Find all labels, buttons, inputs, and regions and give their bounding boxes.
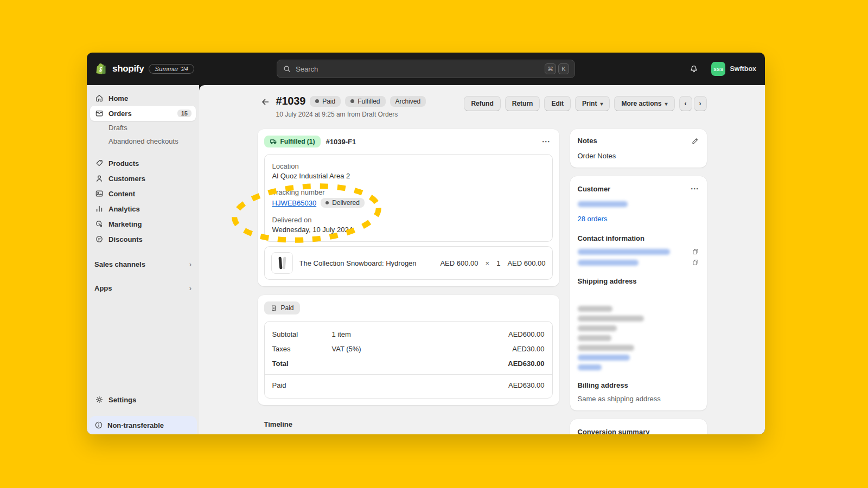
more-actions-button[interactable]: More actions ▾ [614, 96, 674, 111]
sidebar-item-abandoned-checkouts[interactable]: Abandoned checkouts [90, 134, 196, 148]
analytics-icon [94, 204, 104, 213]
sidebar-section-sales-channels[interactable]: Sales channels › [90, 258, 196, 271]
line-item-row: The Collection Snowboard: Hydrogen AED 6… [264, 246, 553, 280]
discounts-icon [94, 235, 104, 243]
back-button[interactable] [258, 95, 273, 109]
sidebar-item-discounts[interactable]: Discounts [90, 232, 196, 247]
release-badge: Summer '24 [149, 64, 194, 74]
redacted-view-map-link[interactable] [578, 364, 602, 370]
marketing-icon [94, 220, 104, 228]
shopify-admin-window: shopify Summer '24 Search ⌘ K [87, 53, 765, 434]
taxes-row: Taxes VAT (5%) AED30.00 [272, 342, 545, 356]
fulfillment-menu-button[interactable]: ⋯ [540, 137, 553, 146]
badge-label: Archived [395, 98, 421, 105]
next-order-button[interactable]: › [694, 96, 707, 111]
sidebar-item-label: Settings [108, 396, 136, 404]
previous-order-button[interactable]: ‹ [679, 96, 692, 111]
archived-status-badge: Archived [390, 96, 426, 107]
badge-label: Fulfilled [358, 98, 380, 105]
info-icon [94, 421, 103, 429]
redacted-email[interactable] [578, 249, 670, 255]
sidebar-item-analytics[interactable]: Analytics [90, 201, 196, 216]
chevron-right-icon: › [189, 260, 192, 268]
store-avatar: sss [711, 62, 725, 76]
banner-label: Non-transferable [107, 421, 164, 429]
notes-body: Order Notes [578, 152, 699, 160]
shopify-brand[interactable]: shopify Summer '24 [95, 62, 194, 75]
section-label: Apps [94, 284, 112, 292]
search-icon [283, 65, 291, 73]
row-amount: AED600.00 [508, 330, 545, 338]
subtotal-row: Subtotal 1 item AED600.00 [272, 327, 545, 342]
unit-price: AED 600.00 [440, 259, 478, 267]
sidebar-item-products[interactable]: Products [90, 156, 196, 171]
edit-notes-button[interactable] [691, 137, 699, 145]
search-placeholder: Search [296, 65, 318, 73]
order-date-subtitle: 10 July 2024 at 9:25 am from Draft Order… [276, 111, 426, 118]
global-search-input[interactable]: Search ⌘ K [277, 60, 575, 78]
sidebar-item-label: Orders [108, 110, 132, 118]
copy-email-button[interactable] [692, 248, 699, 255]
app-body: Home Orders 15 Drafts Abandoned checkout… [87, 85, 765, 434]
redacted-line [578, 316, 644, 322]
row-label: Taxes [272, 345, 332, 353]
redacted-customer-name[interactable] [578, 201, 628, 207]
product-thumbnail [271, 252, 293, 274]
edit-button[interactable]: Edit [544, 96, 571, 111]
account-menu[interactable]: sss Swftbox [711, 62, 756, 76]
redacted-phone-line[interactable] [578, 355, 630, 361]
sidebar-item-orders[interactable]: Orders 15 [90, 106, 196, 121]
row-amount: AED630.00 [508, 359, 544, 368]
shopify-wordmark: shopify [112, 63, 144, 74]
sidebar-item-drafts[interactable]: Drafts [90, 121, 196, 134]
chevron-right-icon: › [699, 100, 701, 107]
status-dot [315, 99, 319, 103]
side-column: Notes Order Notes Customer [570, 129, 707, 434]
product-title-link[interactable]: The Collection Snowboard: Hydrogen [299, 259, 417, 267]
sidebar-item-label: Customers [108, 175, 145, 183]
sidebar-item-customers[interactable]: Customers [90, 171, 196, 186]
delivered-on-value: Wednesday, 10 July 2024 [272, 226, 545, 234]
sidebar-item-settings[interactable]: Settings [90, 392, 196, 407]
clipboard-icon [692, 259, 699, 266]
tracking-number-link[interactable]: HJWEB65030 [272, 199, 317, 207]
divider [265, 374, 552, 375]
orders-count-badge: 15 [177, 110, 192, 117]
sidebar-spacer [90, 294, 196, 392]
customer-orders-link[interactable]: 28 orders [578, 215, 608, 223]
sidebar-item-home[interactable]: Home [90, 91, 196, 106]
chevron-right-icon: › [189, 284, 192, 292]
customer-menu-button[interactable]: ⋯ [691, 184, 699, 194]
badge-label: Paid [322, 98, 335, 105]
chevron-down-icon: ▾ [600, 101, 603, 107]
customer-card: Customer ⋯ 28 orders Contact information [570, 176, 707, 410]
print-button[interactable]: Print ▾ [575, 96, 610, 111]
sidebar-item-label: Analytics [108, 205, 140, 213]
pencil-icon [691, 137, 699, 145]
notifications-button[interactable] [685, 60, 703, 78]
non-transferable-banner[interactable]: Non-transferable [89, 416, 197, 434]
sidebar-item-marketing[interactable]: Marketing [90, 216, 196, 232]
store-name: Swftbox [730, 65, 756, 73]
copy-phone-button[interactable] [692, 259, 699, 266]
cmd-keycap: ⌘ [545, 63, 556, 74]
redacted-phone[interactable] [578, 260, 639, 266]
payment-status-badge: Paid [310, 96, 341, 107]
orders-icon [94, 109, 104, 118]
sidebar-section-apps[interactable]: Apps › [90, 281, 196, 294]
print-label: Print [582, 100, 597, 107]
chevron-down-icon: ▾ [665, 101, 667, 107]
products-icon [94, 159, 104, 168]
sidebar-item-content[interactable]: Content [90, 186, 196, 201]
customers-icon [94, 174, 104, 183]
order-pagination: ‹ › [679, 96, 707, 111]
total-row: Total AED630.00 [272, 356, 545, 371]
return-button[interactable]: Return [505, 96, 540, 111]
status-dot [350, 99, 354, 103]
location-label: Location [272, 162, 545, 170]
line-total: AED 600.00 [507, 259, 545, 267]
refund-button[interactable]: Refund [464, 96, 500, 111]
timeline-heading: Timeline [258, 420, 559, 428]
payment-summary: Subtotal 1 item AED600.00 Taxes VAT (5%)… [264, 321, 553, 399]
fulfilled-badge: Fulfilled (1) [264, 136, 321, 147]
